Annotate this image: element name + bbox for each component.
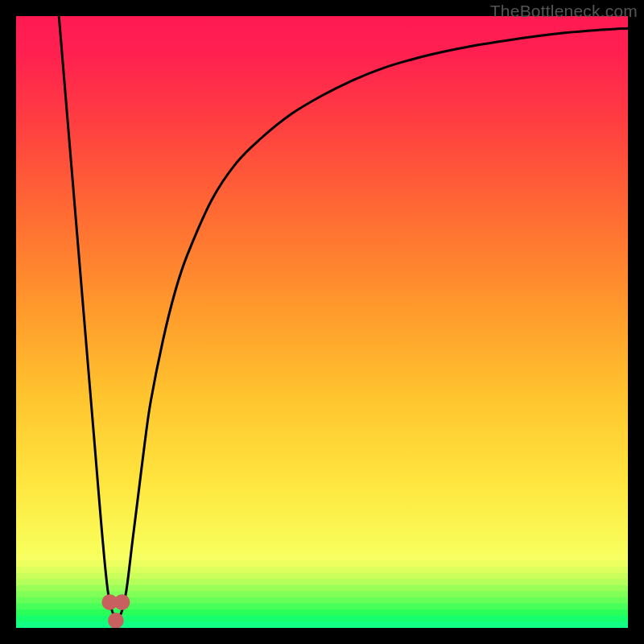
watermark-text: TheBottleneck.com [490, 2, 638, 21]
stripe [16, 621, 628, 628]
bottleneck-chart [16, 16, 628, 628]
highlight-dot [108, 613, 124, 628]
highlight-dot [114, 594, 130, 610]
gradient-background [16, 16, 628, 628]
plot-area [16, 16, 628, 628]
chart-frame: TheBottleneck.com [0, 0, 644, 644]
